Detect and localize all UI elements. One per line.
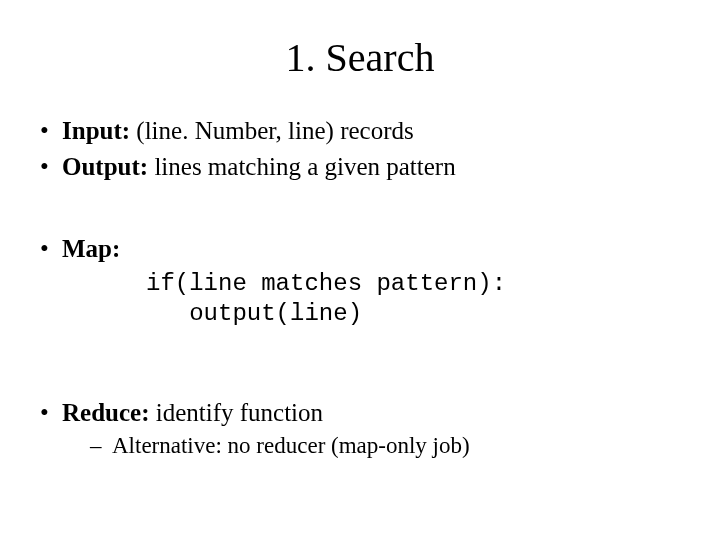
bullet-list-reduce: Reduce: identify function Alternative: n… <box>36 397 684 460</box>
bullet-list: Input: (line. Number, line) records Outp… <box>36 115 684 183</box>
sub-bullet-alternative: Alternative: no reducer (map-only job) <box>88 431 684 460</box>
alt-label: Alternative: <box>112 433 222 458</box>
map-label: Map: <box>62 235 120 262</box>
bullet-map: Map: <box>36 233 684 265</box>
reduce-label: Reduce: <box>62 399 149 426</box>
input-label: Input: <box>62 117 130 144</box>
slide-title: 1. Search <box>36 32 684 83</box>
bullet-reduce: Reduce: identify function Alternative: n… <box>36 397 684 460</box>
reduce-text: identify function <box>149 399 323 426</box>
input-text: (line. Number, line) records <box>130 117 414 144</box>
sub-bullet-list: Alternative: no reducer (map-only job) <box>62 431 684 460</box>
code-line-2: output(line) <box>146 300 362 327</box>
alt-text: no reducer (map-only job) <box>222 433 470 458</box>
code-line-1: if(line matches pattern): <box>146 270 506 297</box>
bullet-list-map: Map: <box>36 233 684 265</box>
output-label: Output: <box>62 153 148 180</box>
map-code-block: if(line matches pattern): output(line) <box>36 269 684 329</box>
bullet-input: Input: (line. Number, line) records <box>36 115 684 147</box>
bullet-output: Output: lines matching a given pattern <box>36 151 684 183</box>
output-text: lines matching a given pattern <box>148 153 456 180</box>
